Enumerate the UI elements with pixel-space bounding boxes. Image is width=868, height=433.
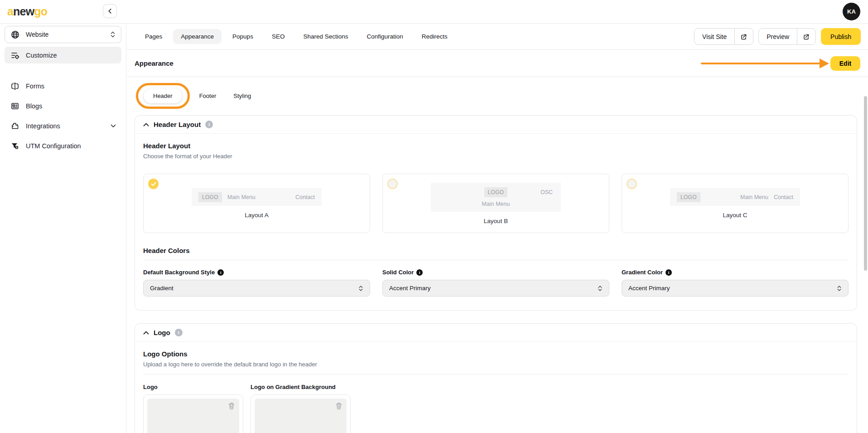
layout-option-a[interactable]: LOGO Main Menu Contact Layout A [143,174,370,233]
header-layout-card-header[interactable]: Header Layout i [135,116,857,134]
sidebar: Website Customize Forms Blogs [0,24,126,433]
logo-card-header[interactable]: Logo i [135,324,857,342]
preview-button[interactable]: Preview [758,28,816,45]
workspace-label: Website [26,31,48,38]
filter-settings-icon [10,50,19,60]
preview-logo-chip: LOGO [198,192,222,202]
chevron-up-icon [143,331,149,335]
sidebar-item-label: Customize [26,52,57,59]
field-label: Gradient Color i [622,269,849,276]
info-icon[interactable]: i [205,121,213,128]
sidebar-item-label: Forms [26,83,44,90]
trash-icon[interactable] [228,402,235,410]
logo-upload-box[interactable] [143,394,243,433]
header-colors-title: Header Colors [143,247,849,254]
top-strip: anewgo KA [0,0,868,24]
info-icon[interactable]: i [416,269,423,276]
sidebar-item-customize[interactable]: Customize [5,47,121,63]
field-label: Solid Color i [382,269,609,276]
nav-tab-appearance[interactable]: Appearance [173,29,222,44]
preview-osc-text: OSC [540,189,553,195]
nav-tab-shared-sections[interactable]: Shared Sections [295,29,356,44]
tab-styling[interactable]: Styling [233,92,251,99]
globe-icon [10,30,20,39]
nav-tab-popups[interactable]: Popups [225,29,261,44]
nav-tab-redirects[interactable]: Redirects [414,29,455,44]
publish-button[interactable]: Publish [821,28,861,45]
external-link-icon[interactable] [797,29,815,44]
layout-a-preview: LOGO Main Menu Contact [192,188,322,206]
layout-c-preview: LOGO Main Menu Contact [670,188,800,206]
page-title: Appearance [135,59,174,67]
select-value: Gradient [150,285,174,292]
info-icon[interactable]: i [217,269,224,276]
nav-tab-configuration[interactable]: Configuration [359,29,410,44]
trash-icon[interactable] [335,402,342,410]
appearance-content: Header Footer Styling Header Layout i He… [127,77,868,433]
select-value: Accent Primary [389,285,431,292]
divider [143,260,849,260]
user-avatar[interactable]: KA [843,3,860,20]
brand-logo-text: new [13,5,34,18]
info-icon[interactable]: i [665,269,672,276]
nav-tab-seo[interactable]: SEO [264,29,293,44]
field-label-text: Default Background Style [143,269,215,276]
chevron-up-down-icon [837,285,842,292]
group-title: Header Layout [143,142,849,150]
sidebar-item-label: Blogs [26,102,42,110]
nav-tab-pages[interactable]: Pages [137,29,170,44]
view-tabs: Header Footer Styling [135,86,857,106]
annotation-arrow [701,58,829,68]
sidebar-item-forms[interactable]: Forms [5,78,121,94]
header-layout-card: Header Layout i Header Layout Choose the… [135,115,857,311]
preview-menu-text: Main Menu [227,194,256,200]
group-description: Choose the format of your Header [143,153,849,160]
group-title: Logo Options [143,350,849,358]
field-label-text: Solid Color [382,269,414,276]
svg-text:$: $ [16,146,17,149]
preview-logo-chip: LOGO [677,192,700,202]
page-header-row: Appearance Edit [127,50,868,77]
edit-button[interactable]: Edit [830,56,860,71]
preview-logo-chip: LOGO [484,187,508,197]
layout-option-b[interactable]: LOGO OSC Main Menu Layout B [382,174,609,233]
chevron-up-down-icon [358,285,363,292]
vertical-scrollbar[interactable] [864,96,867,271]
logo-gradient-upload-box[interactable] [251,394,351,433]
article-icon [10,101,19,111]
external-link-icon[interactable] [734,29,753,44]
chevron-down-icon [111,124,116,128]
visit-site-button[interactable]: Visit Site [694,28,753,45]
upload-label: Logo [143,384,243,390]
selected-check-icon [148,179,159,189]
annotation-arrow-head [820,58,829,68]
preview-contact-text: Contact [295,194,315,200]
layout-options: LOGO Main Menu Contact Layout A LOGO [143,174,849,233]
upload-label: Logo on Gradient Background [251,384,351,390]
layout-name: Layout C [723,212,747,219]
section-title: Header Layout [154,121,201,128]
nav-actions: Visit Site Preview Publish [694,28,861,45]
info-icon[interactable]: i [175,329,183,336]
default-background-style-select[interactable]: Gradient [143,280,370,297]
puzzle-icon [10,121,19,131]
sidebar-item-utm-configuration[interactable]: $ UTM Configuration [5,137,121,154]
gradient-color-select[interactable]: Accent Primary [622,280,849,297]
sidebar-item-blogs[interactable]: Blogs [5,97,121,114]
form-input-icon [10,81,19,91]
annotation-arrow-line [701,63,820,64]
header-colors-fields: Default Background Style i Gradient [143,269,849,297]
chevron-up-down-icon [598,285,603,292]
unselected-radio-icon [387,179,398,189]
solid-color-select[interactable]: Accent Primary [382,280,609,297]
unselected-radio-icon [627,179,637,189]
layout-option-c[interactable]: LOGO Main Menu Contact Layout C [622,174,849,233]
sidebar-item-integrations[interactable]: Integrations [5,117,121,134]
tab-footer[interactable]: Footer [199,92,217,99]
preview-menu-text: Main Menu [740,194,768,200]
brand-logo-text: a [7,5,13,18]
chevron-up-down-icon [110,31,116,38]
workspace-selector[interactable]: Website [5,26,121,43]
tab-header[interactable]: Header [144,88,182,103]
sidebar-collapse-button[interactable] [103,4,117,18]
